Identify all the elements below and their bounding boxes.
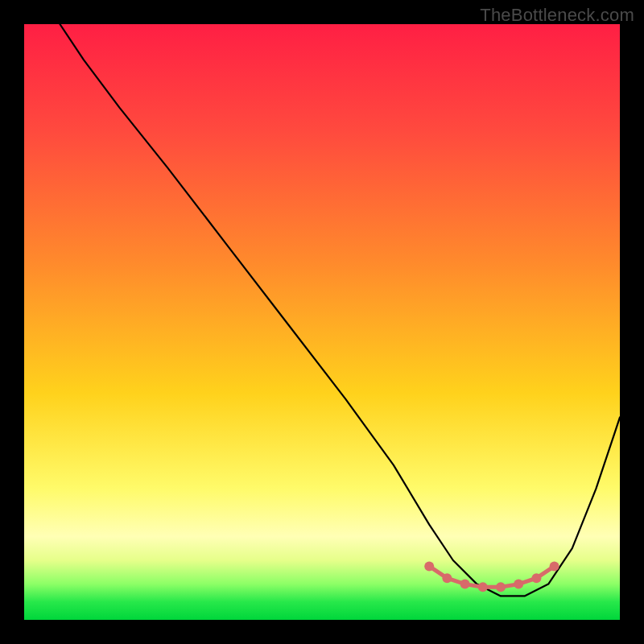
chart-frame: TheBottleneck.com <box>0 0 644 644</box>
bottleneck-curve <box>60 24 620 596</box>
optimal-marker <box>496 582 506 592</box>
optimal-marker <box>531 573 541 583</box>
optimal-marker <box>442 573 452 583</box>
optimal-marker <box>478 582 488 592</box>
plot-area <box>24 24 620 620</box>
optimal-marker <box>550 561 559 571</box>
curve-layer <box>24 24 620 620</box>
optimal-marker <box>514 580 523 589</box>
optimal-marker <box>424 561 434 571</box>
optimal-marker <box>460 580 470 589</box>
watermark-text: TheBottleneck.com <box>480 5 634 26</box>
